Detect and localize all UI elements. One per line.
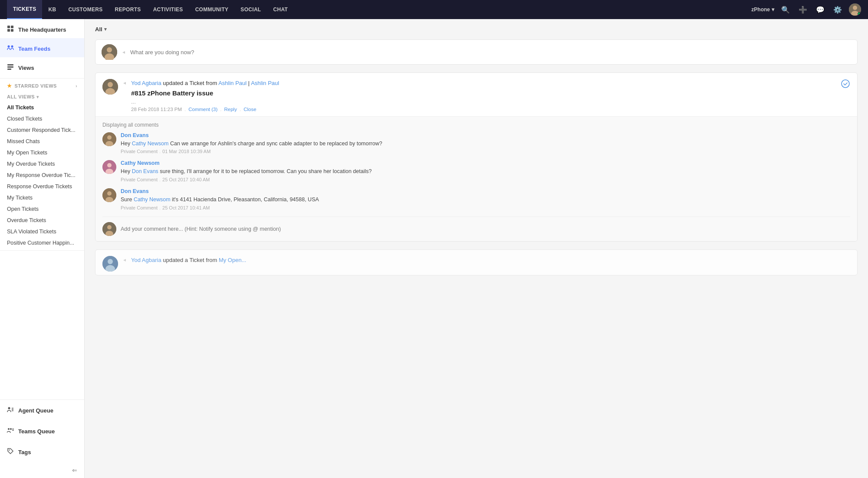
post-input-row: ◂ <box>95 39 858 65</box>
feed-dot-3: . <box>240 107 241 112</box>
sidebar-tags[interactable]: Tags <box>0 442 84 462</box>
svg-point-32 <box>107 163 112 167</box>
collapse-icon: ⇐ <box>72 467 77 474</box>
nav-chat[interactable]: CHAT <box>267 0 294 19</box>
nav-tickets[interactable]: TICKETS <box>7 0 42 19</box>
teams-queue-icon <box>7 427 14 435</box>
post-user-avatar <box>102 44 117 60</box>
sidebar-item-positive-customer[interactable]: Positive Customer Happin... <box>0 237 84 249</box>
sidebar-item-open-tickets[interactable]: Open Tickets <box>0 203 84 215</box>
nav-activities[interactable]: ACTIVITIES <box>147 0 189 19</box>
feed-close-link[interactable]: Close <box>243 107 256 112</box>
comment-meta-1: Private Comment . 01 Mar 2018 10:39 AM <box>121 149 850 154</box>
filter-dropdown[interactable]: All ▾ <box>95 26 107 33</box>
feed-card-arrow: ◂ <box>123 80 126 86</box>
svg-point-35 <box>107 191 112 196</box>
search-icon[interactable]: 🔍 <box>779 4 792 16</box>
nav-customers[interactable]: CUSTOMERS <box>62 0 108 19</box>
feed-reply-link[interactable]: Reply <box>224 107 237 112</box>
starred-views-chevron[interactable]: › <box>76 84 77 88</box>
svg-rect-6 <box>11 29 13 32</box>
svg-point-29 <box>107 135 112 140</box>
nav-reports[interactable]: REPORTS <box>109 0 147 19</box>
add-comment-row <box>102 216 850 241</box>
feed-dot-1: . <box>184 107 186 112</box>
nav-community[interactable]: COMMUNITY <box>189 0 235 19</box>
comment-mention-2[interactable]: Don Evans <box>132 168 158 174</box>
settings-icon[interactable]: ⚙️ <box>832 4 844 16</box>
feed-card-2-arrow: ◂ <box>123 257 126 263</box>
comment-item-3: Don Evans Sure Cathy Newsom it's 4141 Ha… <box>102 188 850 210</box>
sidebar-item-my-overdue-tickets[interactable]: My Overdue Tickets <box>0 158 84 170</box>
sidebar-teams-queue[interactable]: Teams Queue <box>0 421 84 442</box>
comment-body-2: Cathy Newsom Hey Don Evans sure thing, I… <box>121 160 850 182</box>
sidebar: The Headquarters Team Feeds <box>0 19 85 478</box>
feed-customer1-link[interactable]: Ashlin Paul <box>218 80 247 86</box>
agent-queue-icon <box>7 406 14 415</box>
post-input-arrow: ◂ <box>122 49 125 55</box>
svg-rect-10 <box>7 66 13 68</box>
feed-card-header: ◂ Yod Agbaria updated a Ticket from Ashl… <box>95 73 857 116</box>
nav-social[interactable]: SOCIAL <box>234 0 267 19</box>
svg-rect-4 <box>11 26 13 28</box>
sidebar-team-feeds[interactable]: Team Feeds <box>0 38 84 57</box>
svg-point-41 <box>108 259 113 264</box>
sidebar-item-closed-tickets[interactable]: Closed Tickets <box>0 113 84 124</box>
notifications-icon[interactable]: 💬 <box>814 4 826 16</box>
add-comment-input[interactable] <box>121 226 850 232</box>
post-input[interactable] <box>130 49 851 56</box>
feed-action-icon[interactable] <box>841 79 850 91</box>
comment-mention-3[interactable]: Cathy Newsom <box>134 196 171 203</box>
sidebar-collapse-button[interactable]: ⇐ <box>0 462 84 478</box>
all-views-chevron[interactable]: ▾ <box>36 95 39 99</box>
svg-point-7 <box>8 46 10 48</box>
sidebar-item-my-open-tickets[interactable]: My Open Tickets <box>0 147 84 158</box>
comment-avatar-3 <box>102 188 116 202</box>
feed-comment-link[interactable]: Comment (3) <box>188 107 217 112</box>
feed-card-2-header: ◂ Yod Agbaria updated a Ticket from My O… <box>95 250 857 275</box>
tags-icon <box>7 448 14 456</box>
feed-from-link[interactable]: Yod Agbaria <box>131 80 161 86</box>
sidebar-views[interactable]: Views <box>0 57 84 76</box>
sidebar-item-response-overdue[interactable]: Response Overdue Tickets <box>0 181 84 192</box>
feed-card-text: Yod Agbaria updated a Ticket from Ashlin… <box>131 79 835 112</box>
zphone-dropdown[interactable]: zPhone ▾ <box>751 7 774 13</box>
comment-author-2[interactable]: Cathy Newsom <box>121 160 850 166</box>
sidebar-item-my-response-overdue[interactable]: My Response Overdue Tic... <box>0 170 84 181</box>
sidebar-agent-queue[interactable]: Agent Queue <box>0 400 84 421</box>
sidebar-item-missed-chats[interactable]: Missed Chats <box>0 136 84 147</box>
feed-customer2-link[interactable]: Ashlin Paul <box>251 80 279 86</box>
headquarters-icon <box>7 25 14 34</box>
svg-rect-9 <box>7 64 13 65</box>
star-icon: ★ <box>7 83 12 89</box>
comment-mention-1[interactable]: Cathy Newsom <box>132 141 169 147</box>
user-avatar[interactable] <box>849 3 861 16</box>
comment-author-3[interactable]: Don Evans <box>121 188 850 194</box>
feed-ticket-ellipsis: ... <box>131 98 835 105</box>
svg-point-38 <box>107 225 112 229</box>
sidebar-headquarters[interactable]: The Headquarters <box>0 19 84 38</box>
plus-icon[interactable]: ➕ <box>797 4 809 16</box>
feed-user-avatar <box>102 79 118 95</box>
comment-author-1[interactable]: Don Evans <box>121 132 850 138</box>
filter-chevron-icon: ▾ <box>104 26 107 32</box>
svg-point-22 <box>107 47 112 52</box>
main-content: All ▾ ◂ <box>85 19 868 478</box>
feed-card-2-avatar <box>102 256 118 272</box>
sidebar-item-my-tickets[interactable]: My Tickets <box>0 192 84 203</box>
svg-point-17 <box>10 428 12 430</box>
sidebar-item-sla-violated[interactable]: SLA Violated Tickets <box>0 226 84 237</box>
sidebar-item-overdue-tickets[interactable]: Overdue Tickets <box>0 215 84 226</box>
views-label: Views <box>18 65 34 71</box>
svg-point-16 <box>8 428 10 430</box>
sidebar-item-all-tickets[interactable]: All Tickets <box>0 102 84 113</box>
comments-label: Displaying all comments <box>102 122 850 128</box>
headquarters-label: The Headquarters <box>18 26 66 33</box>
feed-dot-2: . <box>220 107 221 112</box>
nav-kb[interactable]: KB <box>42 0 62 19</box>
comment-body-1: Don Evans Hey Cathy Newsom Can we arrang… <box>121 132 850 154</box>
comments-section: Displaying all comments Don Evans Hey <box>95 116 857 241</box>
team-feeds-icon <box>7 44 14 53</box>
comment-text-3: Sure Cathy Newsom it's 4141 Hacienda Dri… <box>121 196 850 204</box>
sidebar-item-customer-responded[interactable]: Customer Responded Tick... <box>0 124 84 136</box>
